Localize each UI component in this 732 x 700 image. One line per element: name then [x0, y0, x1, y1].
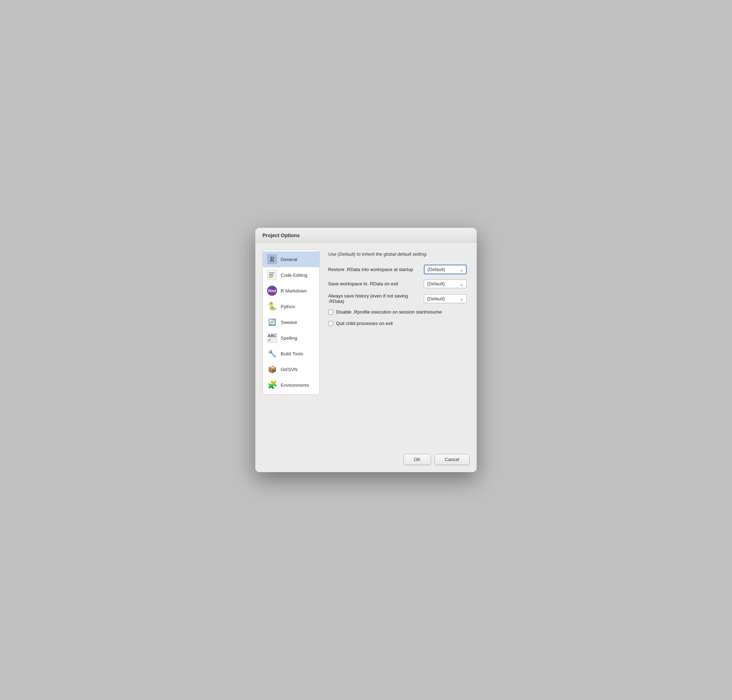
sidebar-item-spelling[interactable]: ABC✓ Spelling: [263, 330, 319, 346]
environments-icon: 🧩: [267, 380, 277, 390]
disable-rprofile-checkbox[interactable]: [328, 310, 333, 315]
main-content: Use (Default) to inherit the global defa…: [325, 250, 470, 443]
setting-label-save-history: Always save history (even if not saving …: [328, 293, 424, 304]
sidebar-label-build-tools: Build Tools: [281, 351, 303, 356]
setting-label-save-workspace: Save workspace to .RData on exit: [328, 281, 424, 287]
setting-row-restore-rdata: Restore .RData into workspace at startup…: [328, 265, 467, 274]
cancel-button[interactable]: Cancel: [435, 454, 470, 465]
sidebar-label-spelling: Spelling: [281, 335, 297, 341]
disable-rprofile-label: Disable .Rprofile execution on session s…: [336, 309, 442, 315]
sidebar-label-general: General: [281, 257, 297, 262]
sweave-icon: 🔄: [267, 317, 277, 327]
python-icon: 🐍: [267, 301, 277, 312]
dialog-titlebar: Project Options: [255, 228, 477, 243]
sidebar-label-r-markdown: R Markdown: [281, 288, 307, 294]
build-tools-icon: 🔧: [267, 349, 277, 359]
quit-child-checkbox[interactable]: [328, 321, 333, 326]
quit-child-label: Quit child processes on exit: [336, 321, 393, 327]
sidebar-label-python: Python: [281, 304, 295, 309]
restore-rdata-select-wrapper: (Default) Yes No: [424, 265, 467, 274]
dialog-title: Project Options: [262, 232, 300, 238]
project-options-dialog: Project Options R General: [255, 228, 477, 472]
git-icon: 📦: [267, 364, 277, 374]
sidebar-item-code-editing[interactable]: Code Editing: [263, 267, 319, 283]
checkbox-row-disable-rprofile: Disable .Rprofile execution on session s…: [328, 309, 467, 315]
spelling-icon: ABC✓: [267, 333, 277, 343]
r-icon: R: [267, 254, 277, 264]
sidebar-label-environments: Environments: [281, 382, 309, 388]
setting-label-restore-rdata: Restore .RData into workspace at startup: [328, 267, 424, 272]
checkbox-row-quit-child: Quit child processes on exit: [328, 321, 467, 327]
rmd-icon: Rmd: [267, 286, 277, 296]
sidebar-item-git-svn[interactable]: 📦 Git/SVN: [263, 362, 319, 377]
setting-row-save-history: Always save history (even if not saving …: [328, 293, 467, 304]
sidebar-label-sweave: Sweave: [281, 320, 297, 325]
save-history-select-wrapper: (Default) Yes No: [424, 294, 467, 303]
sidebar-item-general[interactable]: R General: [263, 251, 319, 267]
sidebar-item-environments[interactable]: 🧩 Environments: [263, 377, 319, 393]
save-workspace-select-wrapper: (Default) Yes No Ask: [424, 279, 467, 288]
sidebar-item-build-tools[interactable]: 🔧 Build Tools: [263, 346, 319, 362]
sidebar-label-code-editing: Code Editing: [281, 272, 307, 278]
hint-text: Use (Default) to inherit the global defa…: [328, 251, 467, 257]
setting-row-save-workspace: Save workspace to .RData on exit (Defaul…: [328, 279, 467, 288]
sidebar-item-r-markdown[interactable]: Rmd R Markdown: [263, 283, 319, 299]
sidebar-label-git-svn: Git/SVN: [281, 367, 297, 372]
dialog-body: R General Code Editing Rmd: [255, 243, 477, 450]
sidebar-item-python[interactable]: 🐍 Python: [263, 299, 319, 314]
sidebar: R General Code Editing Rmd: [262, 250, 320, 395]
code-editing-icon: [267, 270, 277, 280]
save-workspace-select[interactable]: (Default) Yes No Ask: [424, 279, 467, 288]
sidebar-item-sweave[interactable]: 🔄 Sweave: [263, 314, 319, 330]
ok-button[interactable]: OK: [403, 454, 431, 465]
dialog-footer: OK Cancel: [255, 450, 477, 472]
restore-rdata-select[interactable]: (Default) Yes No: [424, 265, 467, 274]
save-history-select[interactable]: (Default) Yes No: [424, 294, 467, 303]
